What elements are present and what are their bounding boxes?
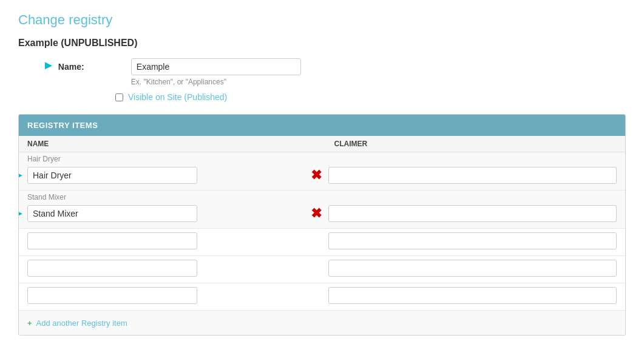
item2-arrow: ► xyxy=(18,206,25,220)
item-name-input[interactable] xyxy=(27,205,197,222)
item-name-input[interactable] xyxy=(27,287,197,304)
registry-heading: Example (UNPUBLISHED) xyxy=(18,38,626,49)
item-delete-button[interactable]: ✖ xyxy=(304,167,328,183)
item-name-field xyxy=(27,232,304,249)
item-label: Hair Dryer xyxy=(19,152,625,163)
item-claimer-field xyxy=(328,260,617,277)
item-claimer-input[interactable] xyxy=(328,287,617,304)
plus-icon: + xyxy=(27,319,32,328)
col-name-header: NAME xyxy=(27,140,322,148)
item-claimer-input[interactable] xyxy=(328,232,617,249)
item-name-field xyxy=(27,287,304,304)
item-claimer-field xyxy=(328,167,617,184)
table-row: Hair Dryer ► ✖ xyxy=(19,152,625,191)
table-row: Stand Mixer ► ✖ xyxy=(19,191,625,229)
col-claimer-header: CLAIMER xyxy=(322,140,617,148)
item-name-field xyxy=(27,167,304,184)
item-name-input[interactable] xyxy=(27,260,197,277)
table-row xyxy=(19,283,625,311)
item-name-field xyxy=(27,260,304,277)
name-arrow-indicator: ► xyxy=(42,58,55,72)
visible-label: Visible on Site (Published) xyxy=(128,92,227,102)
item-claimer-field xyxy=(328,287,617,304)
item-name-input[interactable] xyxy=(27,232,197,249)
item-claimer-input[interactable] xyxy=(328,205,617,222)
table-header-row: NAME CLAIMER xyxy=(19,136,625,152)
add-item-link[interactable]: + Add another Registry item xyxy=(27,319,127,328)
add-item-row: + Add another Registry item xyxy=(19,311,625,335)
registry-items-section: REGISTRY ITEMS NAME CLAIMER Hair Dryer ►… xyxy=(18,114,626,336)
name-input[interactable] xyxy=(131,58,301,75)
visible-checkbox[interactable] xyxy=(115,93,123,101)
item-name-input[interactable] xyxy=(27,167,197,184)
page-title: Change registry xyxy=(18,12,626,28)
name-label: Name: xyxy=(58,58,131,72)
section-header: REGISTRY ITEMS xyxy=(19,115,625,136)
add-item-label: Add another Registry item xyxy=(36,319,127,328)
item-claimer-input[interactable] xyxy=(328,167,617,184)
item-claimer-field xyxy=(328,232,617,249)
item1-arrow: ► xyxy=(18,168,25,182)
item-delete-button[interactable]: ✖ xyxy=(304,206,328,221)
item-claimer-input[interactable] xyxy=(328,260,617,277)
table-row xyxy=(19,229,625,256)
item-claimer-field xyxy=(328,205,617,222)
item-name-field xyxy=(27,205,304,222)
name-hint: Ex. "Kitchen", or "Appliances" xyxy=(131,78,301,86)
item-label: Stand Mixer xyxy=(19,191,625,201)
table-row xyxy=(19,256,625,283)
